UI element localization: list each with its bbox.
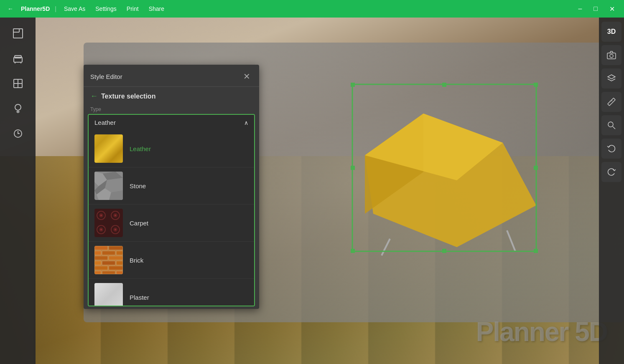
dropdown-header[interactable]: Leather ∧ xyxy=(89,115,254,130)
furniture-icon[interactable] xyxy=(6,47,30,70)
svg-rect-65 xyxy=(94,283,123,306)
redo-icon xyxy=(607,167,616,177)
nature-icon[interactable] xyxy=(6,97,30,120)
stone-thumbnail xyxy=(94,172,123,200)
svg-point-67 xyxy=(610,54,613,58)
ruler-button[interactable] xyxy=(601,92,621,112)
svg-rect-66 xyxy=(607,53,616,59)
svg-point-44 xyxy=(100,229,102,230)
undo-icon xyxy=(607,144,616,153)
app-name: Planner5D xyxy=(21,5,50,12)
svg-rect-54 xyxy=(94,256,108,260)
selected-chair[interactable] xyxy=(348,80,540,260)
svg-rect-60 xyxy=(109,266,123,270)
3d-view-button[interactable]: 3D xyxy=(601,22,621,42)
separator: | xyxy=(55,5,56,12)
settings-button[interactable]: Settings xyxy=(93,4,119,14)
back-label: Texture selection xyxy=(101,93,155,100)
svg-rect-8 xyxy=(351,249,355,253)
history-icon[interactable] xyxy=(6,122,30,145)
texture-item-leather[interactable]: Leather xyxy=(89,130,254,167)
svg-line-3 xyxy=(382,239,390,255)
print-button[interactable]: Print xyxy=(124,4,141,14)
camera-icon xyxy=(607,51,616,60)
back-button[interactable]: ← xyxy=(5,4,16,14)
svg-rect-50 xyxy=(109,246,123,250)
svg-rect-62 xyxy=(102,271,115,274)
svg-point-24 xyxy=(15,104,21,110)
search-icon xyxy=(607,121,616,130)
back-arrow-icon: ← xyxy=(90,92,98,101)
undo-button[interactable] xyxy=(601,139,621,159)
svg-point-41 xyxy=(115,215,116,216)
leather-thumbnail xyxy=(94,134,123,163)
svg-rect-49 xyxy=(94,246,108,250)
texture-type-dropdown[interactable]: Leather ∧ Leather xyxy=(88,114,255,306)
title-bar-left: ← Planner5D | Save As Settings Print Sha… xyxy=(5,4,167,14)
floor-plan-icon[interactable] xyxy=(6,22,30,45)
camera-button[interactable] xyxy=(601,45,621,65)
texture-list: Leather Stone xyxy=(89,130,254,306)
ruler-icon xyxy=(607,97,616,106)
title-bar: ← Planner5D | Save As Settings Print Sha… xyxy=(0,0,624,18)
right-sidebar: 3D xyxy=(599,18,624,364)
svg-rect-13 xyxy=(534,166,538,170)
svg-rect-12 xyxy=(351,166,355,170)
redo-button[interactable] xyxy=(601,162,621,182)
maximize-button[interactable]: □ xyxy=(589,3,602,14)
texture-name-plaster: Plaster xyxy=(130,294,149,301)
svg-point-72 xyxy=(608,122,613,127)
back-navigation[interactable]: ← Texture selection xyxy=(84,87,259,103)
panel-header: Style Editor ✕ xyxy=(84,65,259,87)
texture-name-carpet: Carpet xyxy=(130,220,148,227)
panel-close-button[interactable]: ✕ xyxy=(241,71,252,82)
svg-rect-59 xyxy=(94,266,108,270)
texture-item-stone[interactable]: Stone xyxy=(89,167,254,205)
carpet-thumbnail xyxy=(94,209,123,237)
texture-item-carpet[interactable]: Carpet xyxy=(89,205,254,242)
texture-item-brick[interactable]: Brick xyxy=(89,242,254,279)
svg-point-47 xyxy=(115,229,116,230)
svg-rect-53 xyxy=(116,251,123,255)
plaster-thumbnail xyxy=(94,283,123,306)
type-label: Type xyxy=(84,103,259,114)
left-sidebar xyxy=(0,18,36,364)
dropdown-selected: Leather xyxy=(94,119,116,126)
svg-rect-52 xyxy=(102,251,115,255)
svg-rect-55 xyxy=(109,256,123,260)
svg-rect-57 xyxy=(102,261,115,265)
windows-icon[interactable] xyxy=(6,72,30,95)
brick-thumbnail xyxy=(94,246,123,274)
svg-rect-61 xyxy=(94,271,101,274)
texture-name-brick: Brick xyxy=(130,257,143,264)
svg-point-38 xyxy=(100,215,102,216)
svg-rect-63 xyxy=(116,271,123,274)
svg-rect-14 xyxy=(13,29,23,38)
svg-marker-68 xyxy=(608,75,615,79)
search-button[interactable] xyxy=(601,115,621,135)
svg-rect-11 xyxy=(442,249,446,253)
minimize-button[interactable]: – xyxy=(574,3,586,14)
svg-rect-58 xyxy=(116,261,123,265)
layers-button[interactable] xyxy=(601,68,621,88)
layers-icon xyxy=(607,74,616,83)
svg-line-4 xyxy=(507,230,515,251)
svg-line-73 xyxy=(613,126,615,129)
texture-name-leather: Leather xyxy=(130,145,151,152)
texture-item-plaster[interactable]: Plaster xyxy=(89,279,254,306)
chair-svg xyxy=(348,80,540,260)
window-controls: – □ ✕ xyxy=(574,3,619,15)
panel-title: Style Editor xyxy=(90,73,122,80)
svg-rect-7 xyxy=(534,83,538,87)
svg-rect-9 xyxy=(534,249,538,253)
3d-label: 3D xyxy=(607,28,616,35)
style-editor-panel: Style Editor ✕ ← Texture selection Type … xyxy=(84,65,259,309)
chevron-up-icon: ∧ xyxy=(244,119,248,126)
close-button[interactable]: ✕ xyxy=(605,3,619,15)
share-button[interactable]: Share xyxy=(146,4,167,14)
svg-rect-6 xyxy=(351,83,355,87)
save-as-button[interactable]: Save As xyxy=(61,4,88,14)
texture-name-stone: Stone xyxy=(130,182,146,190)
svg-rect-56 xyxy=(94,261,101,265)
svg-rect-10 xyxy=(442,83,446,87)
